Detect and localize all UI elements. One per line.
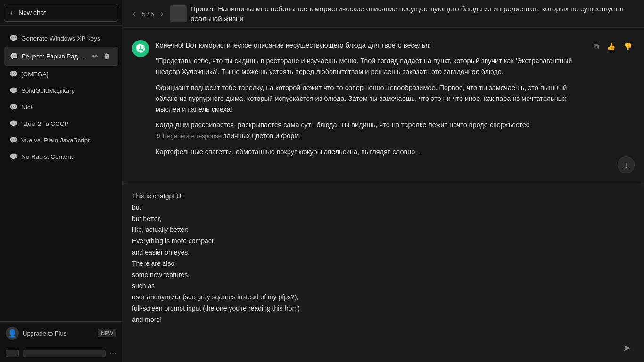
chat-icon: 💬 [9,136,17,144]
chat-icon: 💬 [9,103,17,111]
sidebar-item-generate-xp[interactable]: 💬 Generate Windows XP keys [4,30,118,46]
plus-icon: + [10,9,14,16]
send-icon: ➤ [623,343,631,353]
theme-swatch [6,350,19,357]
chat-icon: 💬 [10,52,18,60]
delete-chat-button[interactable]: 🗑 [102,51,112,61]
regenerate-icon: ↻ [156,132,161,141]
chat-icon: 💬 [9,70,17,78]
sidebar-item-label: SolidGoldMagikarp [21,87,113,94]
chat-icon: 💬 [9,34,17,42]
thumbdown-button[interactable]: 👎 [621,41,635,52]
sidebar-bottom: 👤 Upgrade to Plus NEW [0,321,122,345]
response-p5: Картофельные спагетти, обмотанные вокруг… [156,147,585,157]
prev-page-button[interactable]: ‹ [130,8,138,20]
sidebar-item-retsept[interactable]: 💬 Рецепт: Взрыв Радост ✏ 🗑 [4,47,118,66]
sidebar-item-label: Vue vs. Plain JavaScript. [21,137,113,144]
user-avatar-box [170,5,187,22]
sidebar-item-dom2[interactable]: 💬 "Дом-2" в СССР [4,115,118,132]
main-area: ‹ 5 / 5 › Привет! Напиши-ка мне небольшо… [123,0,644,362]
scroll-down-button[interactable]: ↓ [618,156,635,173]
topbar-message: Привет! Напиши-ка мне небольшое юмористи… [190,4,636,24]
new-chat-label: New chat [18,9,46,16]
thumbup-button[interactable]: 👍 [604,41,618,52]
upgrade-badge: NEW [98,329,116,337]
response-p3: Официант подносит тебе тарелку, на котор… [156,82,585,115]
sidebar-item-omega[interactable]: 💬 [OMEGA] [4,66,118,82]
response-p1: Конечно! Вот юмористическое описание нес… [156,40,585,51]
prompt-overlay: ➤ [123,183,644,362]
assistant-message-block: Конечно! Вот юмористическое описание нес… [123,35,644,162]
assistant-avatar [132,40,149,57]
active-item-actions: ✏ 🗑 [91,51,112,61]
down-arrow-icon: ↓ [624,160,628,170]
assistant-message-content: Конечно! Вот юмористическое описание нес… [156,40,585,157]
user-avatar: 👤 [6,327,19,340]
sidebar-item-noracist[interactable]: 💬 No Racist Content. [4,148,118,165]
chat-list: 💬 Generate Windows XP keys 💬 Рецепт: Взр… [0,28,122,321]
user-icon: 👤 [8,329,17,338]
sidebar-item-vue[interactable]: 💬 Vue vs. Plain JavaScript. [4,132,118,148]
regenerate-inline-button[interactable]: ↻ Regenerate response [156,132,222,141]
topbar: ‹ 5 / 5 › Привет! Напиши-ка мне небольшо… [123,0,644,28]
copy-button[interactable]: ⧉ [592,41,602,52]
sidebar-item-label: [OMEGA] [21,71,113,78]
sidebar: + New chat 💬 Generate Windows XP keys 💬 … [0,0,123,362]
chat-icon: 💬 [9,120,17,127]
send-button[interactable]: ➤ [619,340,635,355]
prompt-input[interactable] [132,191,635,337]
chat-icon: 💬 [9,87,17,94]
regenerate-label: Regenerate response [163,132,222,141]
sidebar-item-label: Nick [21,104,113,111]
new-chat-button[interactable]: + New chat [4,4,118,22]
upgrade-label[interactable]: Upgrade to Plus [23,330,94,337]
next-page-button[interactable]: › [158,8,166,20]
sidebar-item-label: "Дом-2" в СССР [21,120,113,127]
sidebar-item-label: Рецепт: Взрыв Радост [22,53,87,60]
chat-icon: 💬 [9,153,17,160]
sidebar-theme-bar: ··· [0,345,122,362]
edit-chat-button[interactable]: ✏ [91,51,100,61]
sidebar-item-label: Generate Windows XP keys [21,35,113,42]
response-p2: "Представь себе, что ты сидишь в рестора… [156,56,585,77]
message-action-buttons: ⧉ 👍 👎 [592,41,635,52]
sidebar-item-label: No Racist Content. [21,153,113,160]
prompt-bottom: ➤ [132,337,635,355]
page-counter: 5 / 5 [142,10,154,17]
sidebar-divider [0,25,122,26]
more-options-icon[interactable]: ··· [109,348,116,358]
sidebar-item-nick[interactable]: 💬 Nick [4,99,118,115]
theme-input-bar [23,350,106,357]
sidebar-item-solidgold[interactable]: 💬 SolidGoldMagikarp [4,82,118,99]
response-p4: Когда дым рассеивается, раскрывается сам… [156,120,585,141]
